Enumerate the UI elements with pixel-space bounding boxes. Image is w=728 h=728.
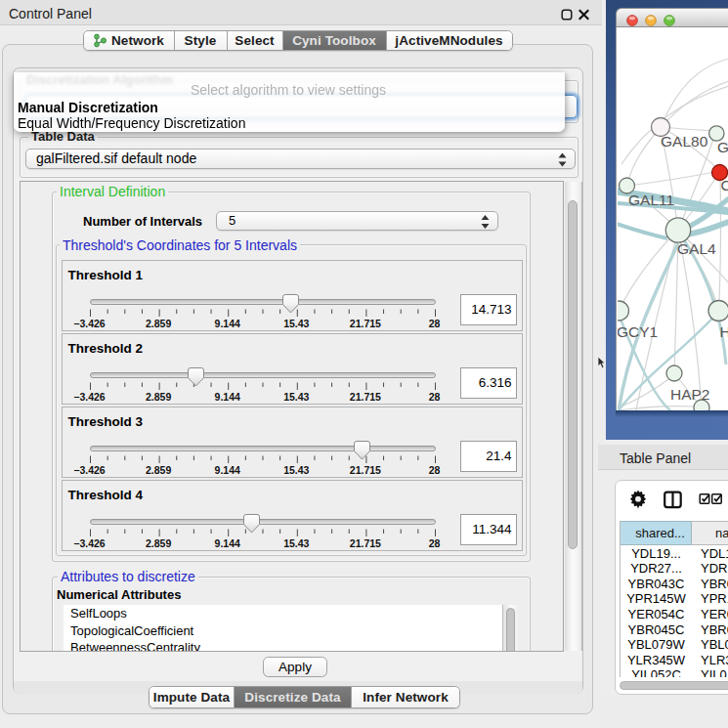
svg-text:GCY1: GCY1 xyxy=(618,323,658,340)
svg-text:HIS4: HIS4 xyxy=(720,323,728,340)
svg-text:GAL80: GAL80 xyxy=(661,133,708,150)
svg-text:HAP2: HAP2 xyxy=(670,386,710,403)
svg-text:GAL4: GAL4 xyxy=(677,240,716,257)
svg-text:C: C xyxy=(721,177,728,193)
svg-text:GA: GA xyxy=(717,139,728,155)
svg-text:GAL11: GAL11 xyxy=(628,192,674,208)
